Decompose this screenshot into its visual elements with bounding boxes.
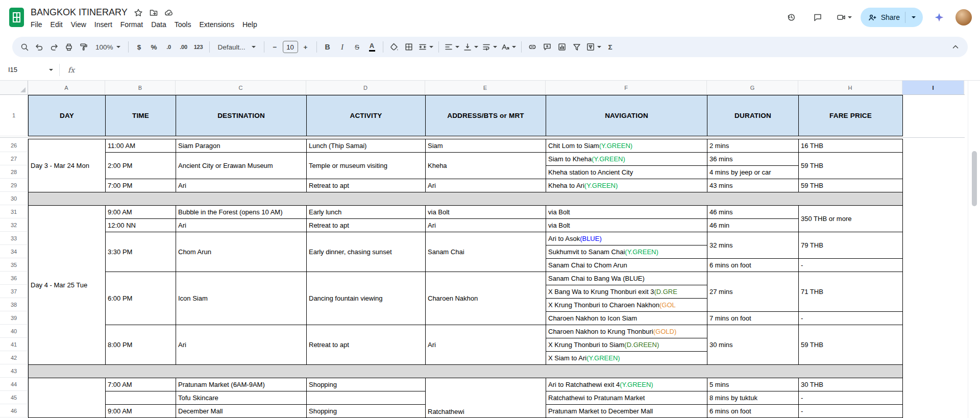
cell-A44[interactable] <box>28 378 106 418</box>
comments-button[interactable] <box>807 7 828 28</box>
cell-E40[interactable]: Ari <box>425 325 546 365</box>
insert-link-button[interactable] <box>525 40 540 54</box>
cell-H36[interactable]: 71 THB <box>798 272 903 312</box>
cell-A31[interactable]: Day 4 - Mar 25 Tue <box>28 205 106 365</box>
cell-G28[interactable]: 4 mins by jeep or car <box>707 165 799 179</box>
cell-C33[interactable]: Chom Arun <box>176 232 307 272</box>
merge-cells-button[interactable] <box>416 40 435 54</box>
strikethrough-button[interactable]: S <box>350 40 364 54</box>
hide-toolbar-button[interactable] <box>948 40 963 54</box>
insert-comment-button[interactable] <box>540 40 554 54</box>
cell-H33[interactable]: 79 THB <box>798 232 903 259</box>
row-header-35[interactable]: 35 <box>0 258 28 272</box>
create-filter-button[interactable] <box>570 40 584 54</box>
cell-F46[interactable]: Pratunam Market to December Mall <box>546 404 707 418</box>
row-header-39[interactable]: 39 <box>0 311 28 325</box>
row-header-34[interactable]: 34 <box>0 245 28 258</box>
avatar[interactable] <box>955 9 972 26</box>
vertical-scrollbar[interactable] <box>968 81 980 418</box>
cell-G29[interactable]: 43 mins <box>707 179 799 192</box>
cell-D32[interactable]: Retreat to apt <box>306 218 426 232</box>
cell-E32[interactable]: Ari <box>425 218 546 232</box>
row-header-36[interactable]: 36 <box>0 272 28 285</box>
header-cell-C[interactable]: DESTINATION <box>176 95 307 136</box>
cell-B36[interactable]: 6:00 PM <box>105 272 176 325</box>
row-header-37[interactable]: 37 <box>0 285 28 298</box>
cell-F42[interactable]: X Siam to Ari (Y.GREEN) <box>546 351 707 365</box>
cell-B31[interactable]: 9:00 AM <box>105 205 176 219</box>
menu-file[interactable]: File <box>27 20 46 29</box>
cell-D33[interactable]: Early dinner, chasing sunset <box>306 232 426 272</box>
row-header-28[interactable]: 28 <box>0 165 28 179</box>
filter-views-button[interactable] <box>584 40 603 54</box>
row-header-43[interactable]: 43 <box>0 364 28 378</box>
document-title[interactable]: BANGKOK ITINERARY <box>31 7 128 18</box>
spacer-row-43[interactable] <box>28 364 903 378</box>
decrease-font-size-button[interactable]: − <box>268 40 282 54</box>
version-history-button[interactable] <box>781 7 801 28</box>
menu-edit[interactable]: Edit <box>46 20 67 29</box>
cell-B33[interactable]: 3:30 PM <box>105 232 176 272</box>
cell-H40[interactable]: 59 THB <box>798 325 903 365</box>
cell-G33[interactable]: 32 mins <box>707 232 799 259</box>
cell-D36[interactable]: Dancing fountain viewing <box>306 272 426 325</box>
row-header-30[interactable]: 30 <box>0 192 28 205</box>
cell-B45[interactable] <box>105 391 176 405</box>
redo-button[interactable] <box>47 40 61 54</box>
cell-F45[interactable]: Ratchathewi to Pratunam Market <box>546 391 707 405</box>
cell-E31[interactable]: via Bolt <box>425 205 546 219</box>
cell-G45[interactable]: 8 mins by tuktuk <box>707 391 799 405</box>
menu-view[interactable]: View <box>67 20 90 29</box>
cloud-status-icon[interactable] <box>164 8 174 17</box>
cell-D46[interactable]: Shopping <box>306 404 426 418</box>
cell-D40[interactable]: Retreat to apt <box>306 325 426 365</box>
search-menus-button[interactable] <box>17 40 32 54</box>
cell-F40[interactable]: Charoen Nakhon to Krung Thonburi (GOLD) <box>546 325 707 338</box>
increase-font-size-button[interactable]: + <box>299 40 313 54</box>
cell-G32[interactable]: 46 min <box>707 218 799 232</box>
cell-B32[interactable]: 12:00 NN <box>105 218 176 232</box>
row-header-26[interactable]: 26 <box>0 139 28 152</box>
cell-F39[interactable]: Charoen Nakhon to Icon Siam <box>546 311 707 325</box>
format-percent-button[interactable]: % <box>147 40 161 54</box>
cell-F29[interactable]: Kheha to Ari (Y.GREEN) <box>546 179 707 192</box>
font-size-input[interactable]: 10 <box>283 41 298 53</box>
row-header-40[interactable]: 40 <box>0 325 28 338</box>
cell-E29[interactable]: Ari <box>425 179 546 192</box>
row-header-1[interactable]: 1 <box>0 95 28 136</box>
cell-C27[interactable]: Ancient City or Erawan Museum <box>176 152 307 179</box>
menu-format[interactable]: Format <box>116 20 147 29</box>
cell-D29[interactable]: Retreat to apt <box>306 179 426 192</box>
menu-extensions[interactable]: Extensions <box>195 20 238 29</box>
cell-F37[interactable]: X Bang Wa to Krung Thonburi exit 3 (D.GR… <box>546 285 707 299</box>
header-cell-F[interactable]: NAVIGATION <box>546 95 707 136</box>
sheets-logo-icon[interactable] <box>9 8 24 27</box>
cell-D45[interactable] <box>306 391 426 405</box>
cell-G35[interactable]: 6 mins on foot <box>707 258 799 272</box>
cell-H39[interactable]: - <box>798 311 903 325</box>
vertical-align-button[interactable] <box>461 40 480 54</box>
bold-button[interactable]: B <box>321 40 335 54</box>
cell-H46[interactable]: - <box>798 404 903 418</box>
cell-G26[interactable]: 2 mins <box>707 139 799 153</box>
cell-F26[interactable]: Chit Lom to Siam (Y.GREEN) <box>546 139 707 153</box>
cell-A26[interactable]: Day 3 - Mar 24 Mon <box>28 139 106 192</box>
spacer-row-30[interactable] <box>28 192 903 206</box>
cell-D26[interactable]: Lunch (Thip Samai) <box>306 139 426 153</box>
decrease-decimals-button[interactable]: .0 <box>162 40 176 54</box>
star-icon[interactable] <box>134 8 143 17</box>
gemini-button[interactable] <box>929 7 949 28</box>
format-currency-button[interactable]: $ <box>132 40 146 54</box>
cell-C36[interactable]: Icon Siam <box>176 272 307 325</box>
header-cell-E[interactable]: ADDRESS/BTS or MRT <box>425 95 546 136</box>
cell-F28[interactable]: Kheha station to Ancient City <box>546 165 707 179</box>
cell-H27[interactable]: 59 THB <box>798 152 903 179</box>
cell-E36[interactable]: Charoen Nakhon <box>425 272 546 325</box>
share-options-button[interactable] <box>905 8 922 27</box>
cell-E26[interactable]: Siam <box>425 139 546 153</box>
name-box[interactable]: I15 <box>0 66 53 73</box>
cell-F36[interactable]: Sanam Chai to Bang Wa (BLUE) <box>546 272 707 285</box>
cell-F44[interactable]: Ari to Ratchathewi exit 4 (Y.GREEN) <box>546 378 707 391</box>
cell-B40[interactable]: 8:00 PM <box>105 325 176 365</box>
cell-C31[interactable]: Bubble in the Forest (opens 10 AM) <box>176 205 307 219</box>
